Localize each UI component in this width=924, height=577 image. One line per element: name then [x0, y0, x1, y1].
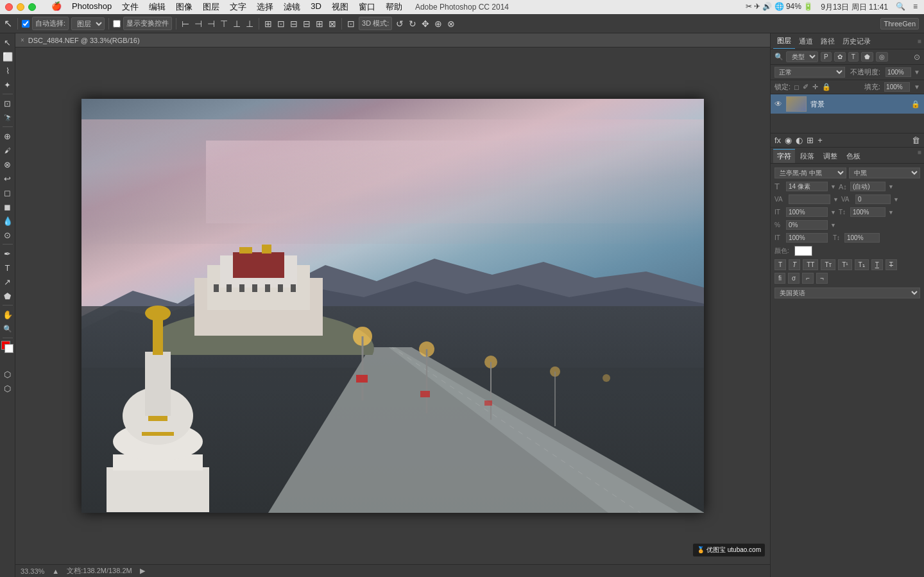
lock-position-btn[interactable]: ✛	[812, 83, 818, 91]
panel-menu-btn[interactable]: ≡	[918, 149, 921, 163]
patch-tool[interactable]: ⊕	[1, 130, 14, 142]
filter-text-btn[interactable]: T	[848, 52, 859, 62]
lasso-tool[interactable]: ⌇	[1, 64, 14, 77]
style-strike-btn[interactable]: T	[886, 259, 897, 270]
style-fi-btn[interactable]: fi	[774, 273, 785, 284]
zoom-icon[interactable]: ▲	[52, 567, 59, 575]
trackpct-arrow[interactable]: ▼	[830, 222, 836, 228]
leading-arrow[interactable]: ▼	[888, 184, 894, 190]
align-left-icon[interactable]: ⊢	[180, 17, 191, 30]
dist4-icon[interactable]: ⊟	[302, 17, 312, 30]
language-select[interactable]: 美国英语	[774, 288, 920, 298]
menu-apple[interactable]: 🍎	[51, 1, 62, 13]
magic-wand-tool[interactable]: ✦	[1, 78, 14, 91]
font-size-input[interactable]	[786, 182, 828, 191]
font-family-select[interactable]: 兰亭黑-简 中黑	[774, 168, 846, 178]
tracking-input[interactable]	[855, 194, 891, 204]
opacity-input[interactable]: 100%	[886, 67, 911, 77]
burn-tool[interactable]: ⊙	[1, 228, 14, 241]
tab-paragraph[interactable]: 段落	[796, 149, 818, 163]
dist-v-icon[interactable]: ⊡	[276, 17, 286, 30]
filter-toggle[interactable]: ⊙	[914, 53, 920, 62]
search-icon[interactable]: 🔍	[896, 2, 905, 13]
marquee-rect-tool[interactable]: ⬜	[1, 50, 14, 63]
menu-image[interactable]: 图像	[176, 1, 193, 13]
auto-select-dropdown[interactable]: 图层	[71, 17, 105, 30]
path-select-tool[interactable]: ↗	[1, 275, 14, 288]
layer-new-btn[interactable]: +	[817, 135, 823, 145]
align-center-v-icon[interactable]: ⊥	[232, 17, 242, 30]
vscale-h-input[interactable]	[786, 233, 828, 243]
layer-fx-btn[interactable]: fx	[774, 135, 781, 145]
3d-rotate-icon[interactable]: ↺	[395, 17, 405, 30]
fill-input[interactable]	[884, 82, 910, 92]
canvas-container[interactable]	[15, 47, 770, 564]
dist3-icon[interactable]: ⊟	[289, 17, 299, 30]
tracking-pct-input[interactable]	[786, 220, 828, 230]
pen-tool[interactable]: ✒	[1, 247, 14, 260]
kerning-input[interactable]	[789, 194, 830, 204]
eraser-tool[interactable]: ◻	[1, 186, 14, 199]
blend-mode-select[interactable]: 正常	[774, 67, 845, 78]
scalev-arrow[interactable]: ▼	[888, 209, 894, 216]
scale-v-input[interactable]	[850, 207, 886, 217]
kern-arrow[interactable]: ▼	[833, 196, 839, 203]
filter-pixel-btn[interactable]: Ρ	[821, 52, 832, 62]
size-arrow[interactable]: ▼	[830, 184, 836, 190]
gradient-tool[interactable]: ◼	[1, 200, 14, 213]
3d-pan-icon[interactable]: ✥	[420, 17, 431, 30]
layer-delete-btn[interactable]: 🗑	[912, 135, 920, 145]
move-tool[interactable]: ↖	[1, 36, 14, 49]
layer-group-btn[interactable]: ⊞	[807, 135, 814, 145]
show-transform-checkbox[interactable]	[113, 20, 121, 28]
dist5-icon[interactable]: ⊞	[314, 17, 325, 30]
leading-input[interactable]	[850, 182, 886, 191]
filter-smart-btn[interactable]: ◎	[876, 52, 888, 62]
panel-expand-icon[interactable]: ≡	[918, 38, 921, 45]
scaleh-arrow[interactable]: ▼	[830, 209, 836, 216]
menu-text[interactable]: 文字	[230, 1, 246, 13]
eyedropper-tool[interactable]: 🔭	[1, 111, 14, 124]
menu-edit[interactable]: 编辑	[149, 1, 166, 13]
menu-window[interactable]: 窗口	[359, 1, 375, 13]
layer-name[interactable]: 背景	[810, 99, 907, 109]
style-sub-btn[interactable]: T₁	[855, 259, 869, 270]
tab-channels[interactable]: 通道	[795, 34, 817, 49]
filter-adj-btn[interactable]: ✿	[834, 52, 846, 62]
menu-3d[interactable]: 3D	[311, 1, 321, 13]
auto-select-checkbox[interactable]	[22, 20, 30, 28]
layer-adjustment-btn[interactable]: ◐	[796, 135, 803, 145]
lock-all-btn[interactable]: 🔒	[822, 83, 831, 91]
style-underline-btn[interactable]: T	[871, 259, 883, 270]
crop-tool[interactable]: ⊡	[1, 97, 14, 110]
3d-roll-icon[interactable]: ↻	[407, 17, 418, 30]
fill-arrow[interactable]: ▼	[914, 83, 920, 90]
style-italic-btn[interactable]: T	[789, 259, 800, 270]
dist6-icon[interactable]: ⊠	[327, 17, 338, 30]
track-arrow[interactable]: ▼	[893, 196, 899, 203]
profile-button[interactable]: ThreeGen	[880, 18, 919, 30]
menu-photoshop[interactable]: Photoshop	[72, 1, 112, 13]
opacity-arrow[interactable]: ▼	[914, 69, 920, 76]
tab-paths[interactable]: 路径	[817, 34, 839, 49]
menu-file[interactable]: 文件	[122, 1, 139, 13]
layer-row-background[interactable]: 👁 背景 🔒	[771, 94, 924, 114]
style-smallcaps-btn[interactable]: Tт	[821, 259, 835, 270]
filter-type-select[interactable]: 类型	[786, 51, 818, 62]
menu-layer[interactable]: 图层	[203, 1, 219, 13]
3d-slide-icon[interactable]: ⊕	[433, 17, 443, 30]
minimize-button[interactable]	[17, 3, 24, 11]
lock-transparent-btn[interactable]: □	[794, 83, 799, 91]
align-right-icon[interactable]: ⊣	[206, 17, 216, 30]
menu-icon[interactable]: ≡	[913, 2, 918, 13]
layer-visibility-icon[interactable]: 👁	[774, 99, 782, 108]
style-bb-btn[interactable]: ¬	[816, 273, 828, 284]
tab-swatches[interactable]: 色板	[843, 149, 864, 163]
quick-mask-toggle[interactable]: ⬡	[1, 368, 14, 381]
align-top-icon[interactable]: ⊤	[219, 17, 229, 30]
tab-layers[interactable]: 图层	[773, 33, 795, 49]
vscale-v-input[interactable]	[844, 233, 880, 243]
scale-h-input[interactable]	[786, 207, 828, 217]
foreground-color[interactable]	[1, 341, 14, 354]
expand-icon[interactable]: ▶	[140, 567, 145, 575]
